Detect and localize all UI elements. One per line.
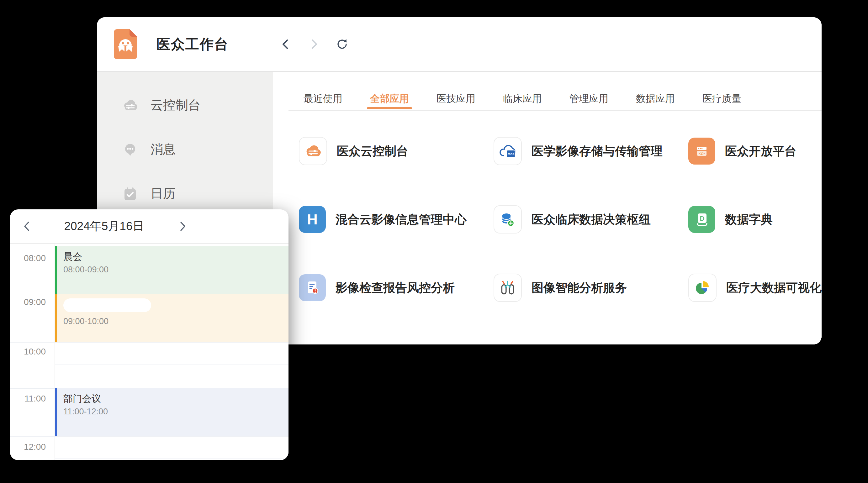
refresh-icon[interactable]: [335, 37, 349, 51]
event-time: 08:00-09:00: [63, 264, 288, 275]
calendar-panel: 2024年5月16日 08:00 09:00 10:00 11:00 12:00…: [10, 210, 288, 460]
app-category-tabs: 最近使用 全部应用 医技应用 临床应用 管理应用 数据应用 医疗质量: [304, 91, 822, 106]
app-label: 数据字典: [725, 212, 773, 228]
code-glyph: </>: [699, 151, 705, 156]
redacted-title-pill: [63, 298, 151, 312]
event-redacted[interactable]: 09:00-10:00: [55, 294, 288, 342]
sidebar-item-cloud-console[interactable]: 云控制台: [97, 83, 273, 127]
app-label: 图像智能分析服务: [531, 280, 627, 296]
app-imaging-storage[interactable]: Mos 医学影像存储与传输管理: [494, 137, 688, 165]
event-department-meeting[interactable]: 部门会议 11:00-12:00: [55, 388, 288, 436]
time-label: 10:00: [10, 345, 46, 358]
event-color-bar: [55, 388, 57, 436]
half-hour-gridline: [55, 458, 288, 458]
tab-medtech[interactable]: 医技应用: [436, 92, 475, 105]
content-area: 最近使用 全部应用 医技应用 临床应用 管理应用 数据应用 医疗质量: [273, 72, 822, 345]
forward-icon[interactable]: [307, 37, 321, 51]
app-label: 医众开放平台: [725, 143, 797, 159]
blue-cloud-mos-icon: Mos: [494, 137, 522, 165]
h-letter: H: [307, 211, 317, 228]
app-label: 医学影像存储与传输管理: [531, 143, 662, 159]
sidebar-item-label: 云控制台: [151, 97, 201, 114]
app-label: 医众云控制台: [337, 143, 408, 159]
lungs-ai-icon: [494, 273, 522, 302]
app-grid: 医众云控制台 Mos 医学影像存储与传输管理: [299, 137, 822, 302]
tab-management[interactable]: 管理应用: [569, 92, 608, 105]
sidebar-item-messages[interactable]: 消息: [97, 127, 273, 171]
nav-buttons: [279, 17, 349, 71]
hour-gridline: [10, 342, 288, 343]
app-bigdata-visualization[interactable]: 医疗大数据可视化: [688, 273, 822, 302]
green-dictionary-icon: D: [688, 206, 715, 233]
app-open-platform[interactable]: </> 医众开放平台: [688, 137, 822, 165]
d-letter: D: [700, 215, 704, 222]
report-risk-icon: [299, 274, 326, 301]
cloud-console-icon: [122, 97, 138, 114]
tab-recent[interactable]: 最近使用: [304, 92, 342, 105]
app-title: 医众工作台: [156, 35, 228, 54]
event-color-bar: [55, 246, 57, 294]
half-hour-gridline: [55, 364, 288, 364]
mos-badge: Mos: [507, 152, 514, 156]
event-title: 部门会议: [63, 392, 288, 405]
orange-code-window-icon: </>: [688, 138, 715, 165]
pie-chart-icon: [688, 273, 717, 302]
sidebar-item-calendar[interactable]: 日历: [97, 171, 273, 216]
database-plus-icon: [494, 205, 522, 233]
app-hybrid-cloud-center[interactable]: H 混合云影像信息管理中心: [299, 205, 494, 233]
tabs-divider: [288, 110, 822, 110]
app-report-risk-analysis[interactable]: 影像检查报告风控分析: [299, 273, 494, 302]
event-title: 晨会: [63, 251, 288, 263]
app-clinical-data-hub[interactable]: 医众临床数据决策枢纽: [494, 205, 688, 233]
tab-data[interactable]: 数据应用: [636, 92, 675, 105]
window-header: 医众工作台: [97, 17, 822, 72]
app-data-dictionary[interactable]: D 数据字典: [688, 205, 822, 233]
app-label: 医疗大数据可视化: [726, 280, 822, 296]
event-morning-meeting[interactable]: 晨会 08:00-09:00: [55, 246, 288, 294]
calendar-date-label: 2024年5月16日: [48, 210, 160, 243]
app-label: 混合云影像信息管理中心: [336, 212, 467, 228]
calendar-next-day-icon[interactable]: [178, 220, 188, 232]
time-label: 09:00: [10, 296, 46, 309]
tab-all-apps[interactable]: 全部应用: [370, 92, 409, 105]
sidebar-item-label: 日历: [151, 185, 176, 202]
app-logo-icon: [114, 29, 137, 59]
calendar-header: 2024年5月16日: [10, 210, 288, 244]
blue-h-square-icon: H: [299, 206, 326, 233]
time-label: 12:00: [10, 441, 46, 453]
time-label: 11:00: [10, 392, 46, 405]
app-image-ai-analysis[interactable]: 图像智能分析服务: [494, 273, 688, 302]
calendar-day-view: 08:00 09:00 10:00 11:00 12:00 晨会 08:00-0…: [10, 244, 288, 460]
event-color-bar: [55, 294, 57, 342]
app-label: 医众临床数据决策枢纽: [531, 212, 651, 228]
sidebar-item-label: 消息: [151, 141, 176, 158]
event-time: 09:00-10:00: [63, 316, 288, 327]
tab-quality[interactable]: 医疗质量: [703, 92, 741, 105]
message-icon: [122, 141, 138, 158]
calendar-icon: [122, 186, 138, 202]
calendar-prev-day-icon[interactable]: [22, 220, 31, 232]
tab-clinical[interactable]: 临床应用: [503, 92, 542, 105]
back-icon[interactable]: [279, 37, 292, 51]
orange-cloud-sliders-icon: [299, 137, 327, 165]
event-time: 11:00-12:00: [63, 406, 288, 417]
hour-gridline: [10, 436, 288, 437]
time-label: 08:00: [10, 252, 46, 264]
app-cloud-console[interactable]: 医众云控制台: [299, 137, 494, 165]
app-label: 影像检查报告风控分析: [336, 280, 455, 296]
